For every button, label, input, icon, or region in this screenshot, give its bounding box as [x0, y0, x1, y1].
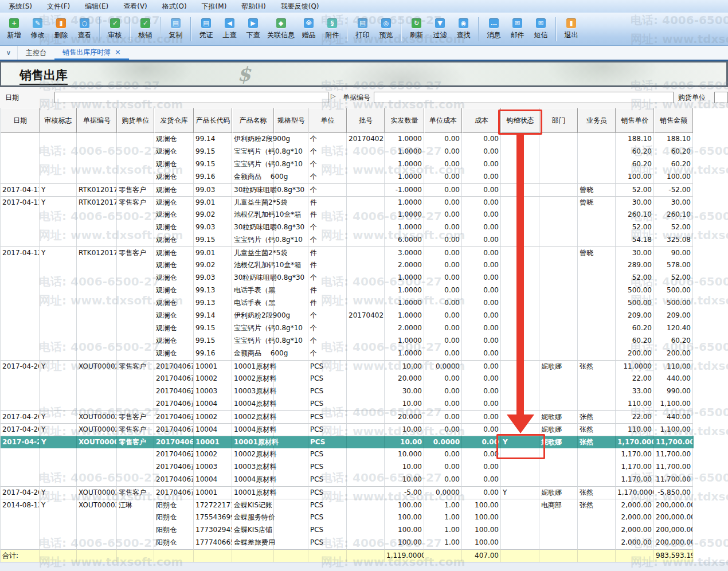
table-row[interactable]: 2017-04-26YXOUT000031零售客户20170406正品10001…: [1, 486, 694, 499]
menu-system[interactable]: 系统(S): [1, 0, 40, 13]
column-header[interactable]: 单位: [308, 108, 347, 133]
table-row[interactable]: 观澜仓99.16金额商品 600g个1.00000.000.00100.0010…: [1, 171, 694, 183]
lookup-up-button[interactable]: ◀上查: [218, 17, 241, 41]
menu-pushdown[interactable]: 下推(M): [194, 0, 234, 13]
table-row[interactable]: 2017-04-26YXOUT000029零售客户20170406正品10004…: [1, 423, 694, 436]
table-row[interactable]: 2014-08-13YXOUT000032江琳阳朔仓17272217141金蝶K…: [1, 499, 694, 511]
refresh-button[interactable]: ↻刷新: [405, 17, 428, 41]
table-row[interactable]: 20170406正品1000410004原材料PCS10.000.000.001…: [1, 474, 694, 486]
lookup-down-button[interactable]: ▶下查: [241, 17, 265, 41]
table-row[interactable]: 20170406正品1000210002原材料PCS20.0000.000.00…: [1, 373, 694, 385]
menu-help[interactable]: 帮助(H): [234, 0, 273, 13]
column-header[interactable]: 购货单位: [117, 108, 154, 133]
column-header[interactable]: 产品长代码: [194, 108, 232, 133]
cell: [40, 221, 77, 234]
copy-button[interactable]: ▤复制: [164, 17, 187, 41]
column-header[interactable]: 销售金额: [654, 108, 693, 133]
customer-filter-input[interactable]: [714, 92, 728, 103]
gift-button[interactable]: ※赠品: [297, 17, 320, 41]
column-header[interactable]: 日期: [1, 108, 40, 133]
table-row[interactable]: 2017-04-26YXOUT000028零售客户20170406正品10002…: [1, 410, 694, 423]
tab-home[interactable]: 主控台: [18, 46, 54, 60]
menu-format[interactable]: 格式(O): [155, 0, 194, 13]
table-row[interactable]: 20170406正品1000210002原材料PCS10.0000.000.00…: [1, 448, 694, 461]
menu-edit[interactable]: 编辑(E): [77, 0, 116, 13]
print-button[interactable]: ▤打印: [351, 17, 374, 41]
cell: [117, 158, 154, 171]
table-row[interactable]: 阳朔仓17774066539金蝶差旅费用PCS100.001.00100.002…: [1, 537, 694, 549]
table-row[interactable]: 阳朔仓17730294548金蝶KIS店铺PCS100.001.00100.00…: [1, 524, 694, 537]
column-header[interactable]: 批号: [347, 108, 385, 133]
cell: 零售客户: [117, 486, 154, 499]
table-row[interactable]: 观澜仓99.0330粒奶味咀嚼0.8g*30个1.00000.000.0052.…: [1, 221, 694, 234]
total-row[interactable]: 合计:1,119.0000407.00983,593.19: [1, 549, 694, 562]
sms-button[interactable]: ✉短信: [529, 17, 553, 41]
cell: [274, 511, 308, 524]
column-header[interactable]: 实发数量: [385, 108, 424, 133]
table-row[interactable]: 2017-04-26YXOUT000027零售客户20170406正品10001…: [1, 360, 694, 373]
menu-feedback[interactable]: 我要反馈(Q): [273, 0, 327, 13]
voucher-button[interactable]: ▤凭证: [194, 17, 218, 41]
column-header[interactable]: 部门: [539, 108, 578, 133]
table-row[interactable]: 2017-04-11YRTK01201704零售客户观澜仓99.01儿童益生菌2…: [1, 196, 694, 209]
table-row[interactable]: 观澜仓99.15宝宝钙片（钙0.8g*10个6.00000.000.0054.1…: [1, 234, 694, 247]
tab-sales-outbound[interactable]: 销售出库序时簿 ×: [54, 46, 129, 60]
table-row[interactable]: 观澜仓99.16金额商品 600g个1.00000.000.00200.0020…: [1, 347, 694, 360]
close-icon[interactable]: ×: [115, 49, 121, 56]
column-header[interactable]: 钩稽状态: [501, 108, 539, 133]
doc-no-filter-input[interactable]: [374, 92, 674, 103]
table-row[interactable]: 观澜仓99.13电话手表（黑件1.00000.000.00500.00500.0…: [1, 297, 694, 310]
cell: PCS: [308, 436, 347, 448]
table-row[interactable]: 20170406正品1000310003原材料PCS10.000.000.001…: [1, 461, 694, 474]
chevron-down-icon[interactable]: ∨: [0, 46, 18, 60]
cell: [539, 310, 578, 322]
date-filter-input[interactable]: [54, 92, 328, 103]
table-row[interactable]: 观澜仓99.14伊利奶粉2段900g个201704021.00000.000.0…: [1, 133, 694, 146]
table-row[interactable]: 20170406正品1000410004原材料PCS10.000.000.001…: [1, 398, 694, 410]
table-row[interactable]: 2017-04-26YXOUT000030零售客户20170406正品10001…: [1, 436, 694, 448]
trash-button[interactable]: ▮删除: [49, 17, 73, 41]
table-row[interactable]: 20170406正品1000310003原材料PCS30.000.000.003…: [1, 385, 694, 398]
column-header[interactable]: 单位成本: [424, 108, 462, 133]
table-row[interactable]: 观澜仓99.13电话手表（黑件1.00000.000.00500.00500.0…: [1, 284, 694, 297]
cell: 10.00: [385, 474, 424, 486]
table-row[interactable]: 观澜仓99.02池根亿乳加钙10盒*箱件1.00000.000.00260.10…: [1, 209, 694, 221]
view-magnifier-button[interactable]: ○查看: [73, 17, 96, 41]
table-row[interactable]: 阳朔仓17554369966金蝶服务特价PCS100.001.00100.002…: [1, 511, 694, 524]
writeoff-check-button[interactable]: ✓核销: [134, 17, 157, 41]
column-header[interactable]: 业务员: [578, 108, 616, 133]
column-header[interactable]: 审核标志: [40, 108, 77, 133]
table-row[interactable]: 观澜仓99.0330粒奶味咀嚼0.8g*30个1.00000.000.0052.…: [1, 272, 694, 284]
column-header[interactable]: 发货仓库: [154, 108, 194, 133]
menu-file[interactable]: 文件(F): [40, 0, 77, 13]
table-row[interactable]: 观澜仓99.15宝宝钙片（钙0.8g*10个1.00000.000.0060.2…: [1, 158, 694, 171]
edit-button[interactable]: ✎修改: [26, 17, 49, 41]
cell: 0.00: [424, 373, 462, 385]
table-row[interactable]: 观澜仓99.15宝宝钙片（钙0.8g*10个2.00000.000.0060.2…: [1, 322, 694, 335]
filter-button[interactable]: ▼过滤: [428, 17, 452, 41]
cell: 妮歌娜: [539, 486, 578, 499]
exit-button[interactable]: ▮退出: [559, 17, 583, 41]
table-row[interactable]: 观澜仓99.15宝宝钙片（钙0.8g*10个1.00000.000.0060.2…: [1, 335, 694, 347]
column-header[interactable]: 产品名称: [232, 108, 274, 133]
column-header[interactable]: 成本: [462, 108, 501, 133]
table-row[interactable]: 2017-04-11YRTK01201704零售客户观澜仓99.0330粒奶味咀…: [1, 183, 694, 196]
table-row[interactable]: 2017-04-12YRTK01201704零售客户观澜仓99.01儿童益生菌2…: [1, 247, 694, 259]
table-row[interactable]: 观澜仓99.02池根亿乳加钙10盒*箱件2.00000.000.00289.00…: [1, 259, 694, 272]
add-button[interactable]: +新增: [2, 17, 26, 41]
audit-check-button[interactable]: ✓审核: [103, 17, 127, 41]
mail-button[interactable]: ✉邮件: [506, 17, 529, 41]
preview-button[interactable]: ◎预览: [374, 17, 398, 41]
related-info-button[interactable]: ◆关联信息: [265, 17, 297, 41]
column-header[interactable]: 单据编号: [77, 108, 117, 133]
message-button[interactable]: …消息: [482, 17, 506, 41]
table-row[interactable]: 观澜仓99.14伊利奶粉2段900g个201704021.00000.000.0…: [1, 310, 694, 322]
find-button[interactable]: ◉查找: [452, 17, 475, 41]
attachment-button[interactable]: §附件: [320, 17, 344, 41]
cell: 宝宝钙片（钙0.8g*10: [232, 322, 274, 335]
expand-triangle-icon[interactable]: ▷: [331, 92, 335, 100]
table-row[interactable]: 观澜仓99.15宝宝钙片（钙0.8g*10个1.00000.000.0060.2…: [1, 146, 694, 158]
menu-view[interactable]: 查看(V): [116, 0, 155, 13]
column-header[interactable]: 销售单价: [616, 108, 654, 133]
column-header[interactable]: 规格型号: [274, 108, 308, 133]
